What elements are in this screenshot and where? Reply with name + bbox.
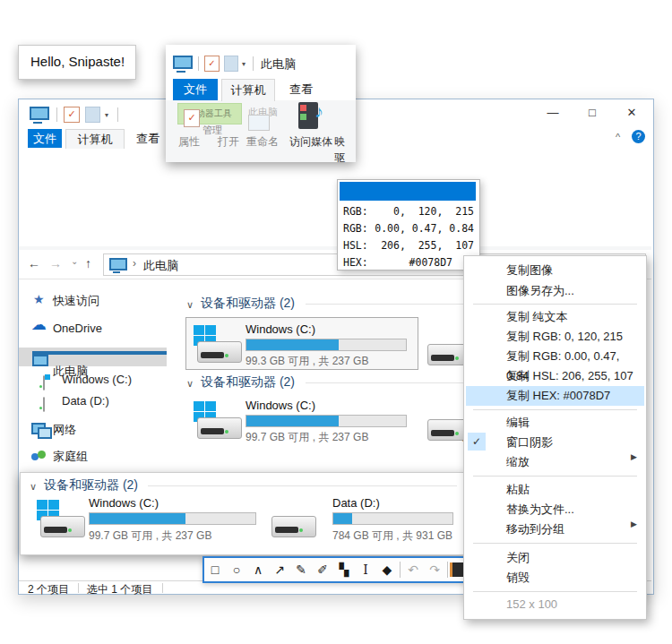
maximize-button[interactable]: □ <box>573 99 612 126</box>
menu-destroy[interactable]: 销毁 <box>466 568 644 588</box>
arrow-tool-icon[interactable]: ↗ <box>269 560 290 580</box>
capacity-bar <box>332 512 453 525</box>
tab-view[interactable]: 查看 <box>128 129 168 148</box>
toolbar-separator <box>400 562 401 578</box>
section1-header[interactable]: 设备和驱动器 (2) <box>201 296 295 312</box>
submenu-arrow-icon: ▶ <box>631 452 637 461</box>
qat-separator2 <box>117 107 118 122</box>
eraser-tool-icon[interactable]: ◆ <box>376 560 398 580</box>
drive-tile-windows-c2[interactable]: Windows (C:) 99.7 GB 可用 , 共 237 GB <box>186 394 418 445</box>
menu-size-label: 152 x 100 <box>466 595 644 614</box>
drive-name: Data (D:) <box>332 496 380 510</box>
drive-tile-windows-c[interactable]: Windows (C:) 99.3 GB 可用 , 共 237 GB <box>185 317 418 370</box>
snip-window-explorer-top[interactable]: ✓ ▾ 此电脑 文件 计算机 查看 驱动器工具 ✓ 管理 此电脑 ♪ 属性 打开… <box>166 45 356 162</box>
text-tool-icon[interactable]: I <box>355 560 376 580</box>
capacity-bar <box>246 415 407 427</box>
menu-move-to-group[interactable]: 移动到分组 <box>466 519 644 539</box>
drive-info: 784 GB 可用 , 共 931 GB <box>332 528 452 544</box>
menu-close[interactable]: 关闭 <box>466 548 644 568</box>
menu-separator4 <box>473 543 637 544</box>
section2-collapse-icon[interactable]: ∨ <box>186 378 194 390</box>
sidebar-item-windows-c[interactable]: Windows (C:) <box>19 371 167 389</box>
qat-folder-icon <box>224 56 238 72</box>
menu-replace-with-file[interactable]: 替换为文件... <box>466 500 644 519</box>
snip-window-drives[interactable]: ∨ 设备和驱动器 (2) Windows (C:) 99.7 GB 可用 , 共… <box>20 472 467 555</box>
polyline-tool-icon[interactable]: ∧ <box>247 560 269 580</box>
menu-separator <box>473 304 637 305</box>
collapse-ribbon-icon[interactable]: ^ <box>616 132 620 142</box>
close-button[interactable]: ✕ <box>612 99 651 126</box>
menu-copy-hex[interactable]: 复制 HEX: #0078D7 <box>466 386 644 406</box>
forward-icon[interactable]: → <box>49 256 62 270</box>
redo-icon[interactable]: ↷ <box>424 560 445 580</box>
undo-icon[interactable]: ↶ <box>402 560 424 580</box>
snip-window-hello[interactable]: Hello, Snipaste! <box>18 45 136 80</box>
qat-folder-icon[interactable] <box>85 107 100 123</box>
menu-zoom[interactable]: 缩放 <box>466 452 644 472</box>
breadcrumb-this-pc[interactable]: 此电脑 <box>143 258 178 274</box>
sidebar-label: 快速访问 <box>53 292 99 310</box>
menu-save-image-as[interactable]: 图像另存为... <box>466 281 644 301</box>
menu-copy-plain-text[interactable]: 复制 纯文本 <box>466 307 644 327</box>
breadcrumb-separator: › <box>133 257 136 270</box>
menu-edit[interactable]: 编辑 <box>466 413 644 433</box>
help-icon[interactable]: ? <box>632 130 645 143</box>
menu-copy-rgb[interactable]: 复制 RGB: 0, 120, 215 <box>466 327 644 347</box>
minimize-button[interactable]: — <box>533 99 573 126</box>
pencil-tool-icon[interactable]: ✎ <box>290 560 312 580</box>
access-media-label: 访问媒体 <box>289 134 332 150</box>
tab-file[interactable]: 文件 <box>28 129 62 148</box>
qat-dropdown-icon[interactable]: ▾ <box>105 111 108 119</box>
menu-separator3 <box>473 476 637 477</box>
qat-separator <box>198 56 199 71</box>
drive-d-icon <box>43 397 45 412</box>
menu-paste[interactable]: 粘贴 <box>466 480 644 500</box>
color-swatch <box>340 182 476 201</box>
menu-window-shadow[interactable]: 窗口阴影 <box>466 433 644 452</box>
recent-dropdown-icon[interactable]: ⌄ <box>71 256 78 266</box>
tab-file: 文件 <box>173 79 218 100</box>
sidebar-item-this-pc[interactable]: 此电脑 <box>19 348 167 366</box>
map-partial-label: 映 <box>334 134 345 150</box>
drive-icon <box>37 500 87 541</box>
tab-computer: 计算机 <box>221 79 275 101</box>
menu-copy-image[interactable]: 复制图像 <box>466 261 644 280</box>
sidebar-label: Data (D:) <box>62 392 109 410</box>
up-icon[interactable]: ↑ <box>85 256 91 270</box>
tab-computer[interactable]: 计算机 <box>65 129 125 149</box>
screenshot-stage: ✓ ▾ — □ ✕ 文件 计算机 查看 ^ ? ✓ 属性 打开 <box>0 0 672 644</box>
check-icon: ✓ <box>468 433 486 451</box>
rgb-float-value: 0.00, 0.47, 0.84 <box>375 222 474 235</box>
properties-qat-icon[interactable]: ✓ <box>64 107 80 123</box>
drive-icon <box>268 500 318 541</box>
open-ghost: 打开 <box>218 134 239 150</box>
save-icon-partial[interactable] <box>450 562 463 577</box>
rgb-float-label: RGB: <box>343 222 368 235</box>
access-media-icon: ♪ <box>298 102 318 129</box>
properties-ghost: 属性 <box>178 134 200 150</box>
drive-c-icon <box>43 375 45 391</box>
capacity-bar <box>89 512 256 525</box>
sidebar-label: 家庭组 <box>53 448 88 466</box>
section1-collapse-icon[interactable]: ∨ <box>186 299 194 311</box>
mosaic-tool-icon[interactable]: ▚ <box>333 560 355 580</box>
hello-text: Hello, Snipaste! <box>30 54 125 69</box>
menu-copy-hsl[interactable]: 复制 HSL: 206, 255, 107 <box>466 366 644 386</box>
status-selected-count: 选中 1 个项目 <box>87 582 152 597</box>
back-icon[interactable]: ← <box>28 256 40 270</box>
qat-separator2 <box>253 56 254 71</box>
hex-row: HEX:#0078D7 <box>343 256 474 269</box>
drive-icon <box>194 401 244 442</box>
rgb-label: RGB: <box>343 205 368 218</box>
star-icon: ★ <box>33 290 45 308</box>
drive-name: Windows (C:) <box>246 322 315 336</box>
menu-copy-rgb-float[interactable]: 复制 RGB: 0.00, 0.47, 0.84 <box>466 347 644 366</box>
rectangle-tool-icon[interactable]: □ <box>204 560 226 580</box>
marker-tool-icon[interactable]: ✐ <box>312 560 333 580</box>
section2-header[interactable]: 设备和驱动器 (2) <box>201 374 295 391</box>
context-menu: 复制图像 图像另存为... 复制 纯文本 复制 RGB: 0, 120, 215… <box>463 255 647 620</box>
sidebar-item-data-d[interactable]: Data (D:) <box>19 392 167 410</box>
ellipse-tool-icon[interactable]: ○ <box>226 560 247 580</box>
rgb-float-row: RGB:0.00, 0.47, 0.84 <box>343 222 474 235</box>
drive-tile-data-d: Data (D:) 784 GB 可用 , 共 931 GB <box>268 493 463 548</box>
